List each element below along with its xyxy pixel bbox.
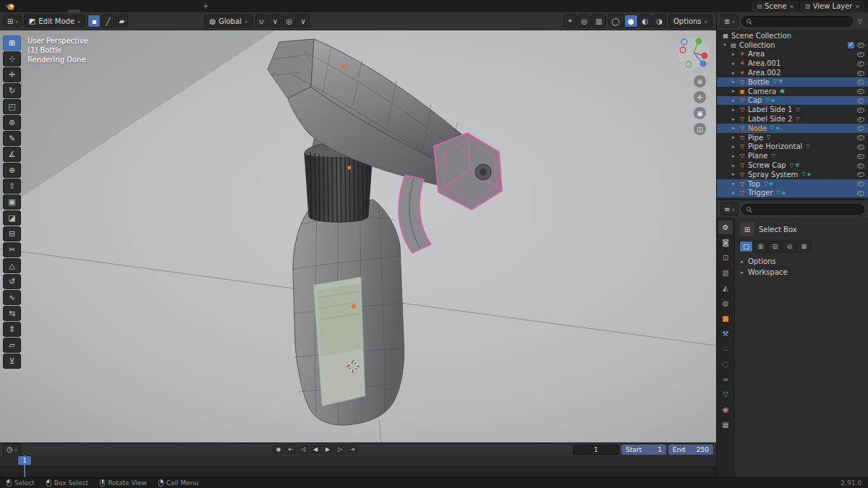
outliner-object-row[interactable]: ▸ ▽ Node ▽◈: [717, 124, 868, 133]
tool-bevel[interactable]: ◪: [3, 210, 21, 226]
expand-icon[interactable]: ▸: [731, 61, 736, 67]
tool-poly-build[interactable]: △: [3, 258, 21, 273]
outliner-object-row[interactable]: ▸ ▽ Bottle ▽⚒: [717, 77, 868, 87]
outliner-object-row[interactable]: ▸ ▽ Cap ▽◈: [717, 96, 868, 106]
axis-y-neg-handle[interactable]: [686, 61, 692, 67]
select-set-button[interactable]: □: [739, 241, 753, 252]
face-select-button[interactable]: ▰: [115, 14, 128, 27]
tab-world[interactable]: ◍: [718, 296, 733, 310]
wireframe-shading-button[interactable]: ◯: [608, 14, 624, 27]
menu-edge[interactable]: [176, 20, 184, 22]
visibility-eye-icon[interactable]: [856, 41, 864, 48]
tab-particles[interactable]: ∴: [718, 342, 733, 356]
expand-icon[interactable]: ▸: [731, 79, 736, 85]
menu-select[interactable]: [141, 20, 150, 22]
tool-smooth[interactable]: ∿: [3, 290, 21, 305]
material-preview-button[interactable]: ◐: [639, 14, 652, 27]
axis-x-neg-handle[interactable]: [680, 47, 686, 53]
menu-help[interactable]: [52, 6, 61, 7]
outliner-object-row[interactable]: ▸ ▽ Plane ▽: [717, 151, 868, 160]
menu-uv[interactable]: [193, 20, 202, 22]
select-subtract-button[interactable]: ⊟: [768, 241, 782, 252]
show-gizmo-button[interactable]: ⌖: [563, 14, 576, 27]
expand-icon[interactable]: ▸: [731, 88, 736, 94]
tool-loop-cut[interactable]: ⊟: [3, 226, 21, 241]
tab-tool[interactable]: ⚙: [718, 221, 733, 234]
menu-file[interactable]: [17, 6, 26, 7]
tab-material[interactable]: ◉: [718, 403, 733, 416]
outliner-object-row[interactable]: ▸ ☀ Area.001: [717, 59, 868, 68]
expand-icon[interactable]: ▸: [731, 134, 736, 140]
proportional-falloff-dropdown[interactable]: ∨: [297, 14, 310, 27]
tool-inset-faces[interactable]: ▣: [3, 194, 21, 210]
expand-icon[interactable]: ▸: [731, 98, 736, 103]
outliner-object-row[interactable]: ▸ ☀ Area: [717, 50, 868, 59]
tab-output[interactable]: ⊡: [718, 251, 733, 265]
tool-transform[interactable]: ⊛: [3, 115, 21, 130]
tool-rip-region[interactable]: ⊻: [3, 354, 21, 369]
outliner-editor-type-button[interactable]: ≣ ∨: [720, 14, 739, 27]
snap-magnet-button[interactable]: ∪: [255, 14, 268, 27]
outliner-object-row[interactable]: ▸ ▽ Screw Cap ▽⚒: [717, 160, 868, 170]
section-workspace[interactable]: ▸ Workspace: [739, 267, 864, 278]
axis-z-neg-handle[interactable]: [681, 39, 687, 45]
expand-icon[interactable]: ▸: [731, 116, 736, 122]
blender-logo-icon[interactable]: [4, 1, 15, 11]
expand-icon[interactable]: ▸: [731, 171, 736, 177]
timeline-ruler[interactable]: 1: [0, 455, 716, 477]
tool-spin[interactable]: ↺: [3, 274, 21, 289]
axis-y-handle[interactable]: [696, 38, 702, 45]
expand-icon[interactable]: ▸: [731, 107, 736, 113]
section-options[interactable]: ▸ Options: [739, 256, 864, 267]
tool-scale[interactable]: ◰: [3, 99, 21, 114]
collection-checkbox[interactable]: ✓: [848, 42, 854, 48]
visibility-eye-icon[interactable]: [856, 134, 864, 141]
scene-collection-row[interactable]: ▦ Scene Collection: [717, 31, 868, 40]
filter-icon[interactable]: ▽: [856, 18, 864, 25]
tab-view-layer[interactable]: ▥: [718, 266, 733, 280]
add-workspace-button[interactable]: +: [198, 2, 213, 10]
expand-icon[interactable]: ▸: [731, 144, 736, 150]
tool-select-box[interactable]: ⊞: [3, 35, 21, 51]
view-layer-selector[interactable]: ▥ View Layer ×: [801, 1, 864, 12]
view-layer-remove-icon[interactable]: ×: [854, 3, 860, 10]
tab-physics[interactable]: ◌: [718, 357, 733, 371]
visibility-eye-icon[interactable]: [856, 124, 864, 132]
toggle-perspective-button[interactable]: ◫: [694, 123, 706, 135]
play-reverse-button[interactable]: ◀: [310, 445, 321, 455]
expand-icon[interactable]: ▸: [731, 153, 736, 159]
select-intersect-button[interactable]: ⊠: [797, 241, 811, 252]
tab-object[interactable]: ■: [718, 312, 733, 325]
tool-edge-slide[interactable]: ⇆: [3, 306, 21, 321]
axis-z-handle[interactable]: [700, 61, 707, 67]
edge-select-button[interactable]: ╱: [101, 14, 114, 27]
auto-keying-button[interactable]: ◉: [273, 445, 284, 455]
transform-orientation-dropdown[interactable]: ◍ Global ∨: [204, 14, 252, 27]
zoom-button[interactable]: ⊕: [694, 75, 706, 87]
properties-editor-type-button[interactable]: ≡ ∨: [720, 202, 739, 215]
snap-settings-dropdown[interactable]: ∨: [269, 14, 282, 27]
tool-cursor[interactable]: ⊹: [3, 51, 21, 67]
outliner-object-row[interactable]: ▸ ▽ Label Side 1 ▽: [717, 105, 868, 114]
menu-mesh[interactable]: [158, 20, 167, 22]
expand-icon[interactable]: ▸: [731, 51, 736, 57]
vertex-select-button[interactable]: ▪: [88, 14, 101, 27]
outliner-search-input[interactable]: [741, 16, 853, 27]
tool-move[interactable]: ✛: [3, 67, 21, 82]
pan-view-button[interactable]: ✛: [694, 91, 706, 103]
viewport-canvas[interactable]: [0, 30, 716, 442]
expand-icon[interactable]: ▸: [731, 70, 736, 76]
jump-to-end-button[interactable]: ⇥: [346, 445, 358, 455]
select-invert-button[interactable]: ⊘: [783, 241, 796, 252]
menu-marker[interactable]: [49, 449, 58, 450]
visibility-eye-icon[interactable]: [856, 143, 864, 150]
navigation-gizmo[interactable]: [677, 36, 710, 69]
visibility-eye-icon[interactable]: [856, 180, 864, 187]
tab-constraints[interactable]: ∞: [718, 372, 733, 386]
visibility-eye-icon[interactable]: [856, 78, 864, 85]
expand-icon[interactable]: ▸: [731, 125, 736, 131]
collection-row[interactable]: ▾ ▤ Collection ✓: [717, 40, 868, 50]
tab-object-data[interactable]: ▽: [718, 388, 733, 401]
outliner-object-row[interactable]: ▸ ▽ Trigger ▽◈: [717, 189, 868, 198]
outliner-object-row[interactable]: ▸ ☀ Area.002: [717, 68, 868, 77]
